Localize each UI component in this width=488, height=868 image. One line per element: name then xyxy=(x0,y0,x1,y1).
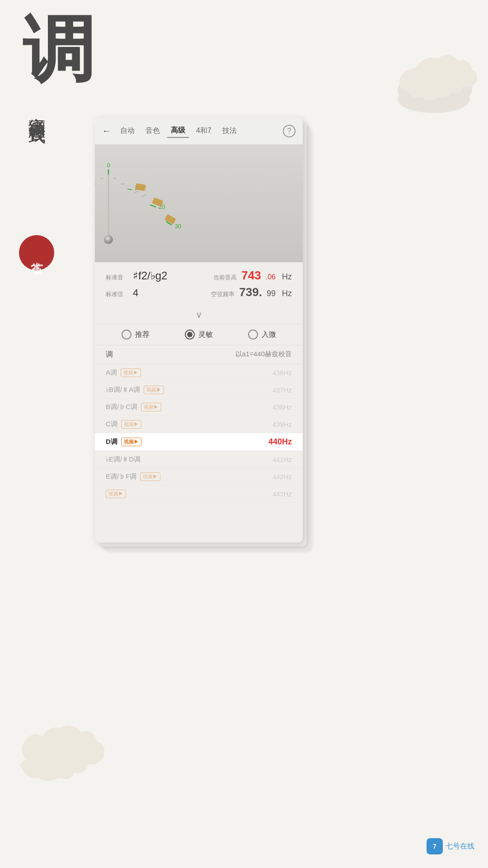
nav-item-advanced[interactable]: 高级 xyxy=(167,124,189,138)
row-key-label: ♭B调/♯A调 xyxy=(106,386,140,394)
vertical-mode-label: 高级调音模式 xyxy=(26,104,47,115)
svg-line-25 xyxy=(142,195,145,197)
row-key-label: C调 xyxy=(106,420,117,429)
table-header-key: 调 xyxy=(106,350,113,359)
standard-note-value: ♯f2/♭g2 xyxy=(133,269,167,282)
current-freq-small: .06 xyxy=(266,273,276,281)
mode-label-fine: 入微 xyxy=(262,330,276,340)
chevron-button[interactable]: ∨ xyxy=(95,306,303,324)
string-val: 4 xyxy=(133,287,138,299)
svg-line-20 xyxy=(95,184,96,184)
row-freq: 437Hz xyxy=(272,386,292,394)
empty-freq-big: 739. xyxy=(239,285,262,299)
radio-circle-sensitive xyxy=(185,330,195,340)
table-header-tuning: 以a1=440赫兹校音 xyxy=(235,350,292,359)
row-key-label: ♭E调/♯D调 xyxy=(106,455,141,464)
table-row[interactable]: A调 视频▶ 436Hz xyxy=(95,364,303,382)
info-row-string: 标准弦 4 空弦频率 739. 99 Hz xyxy=(106,285,292,299)
info-area: 标准音 ♯f2/♭g2 当前音高 743 .06 Hz 标准弦 4 空弦频率 7… xyxy=(95,262,303,306)
table-row[interactable]: B调/♭C调 视频▶ 438Hz xyxy=(95,399,303,416)
tuner-meter-area: -30 -20 -10 0 10 20 30 xyxy=(95,145,303,262)
row-key: C调 视频▶ xyxy=(106,420,141,429)
table-row-active[interactable]: D调 视频▶ 440Hz xyxy=(95,433,303,451)
row-key: 视频▶ xyxy=(106,490,126,498)
row-freq: 436Hz xyxy=(272,369,292,377)
empty-freq-small: 99 xyxy=(267,289,276,298)
nav-item-auto[interactable]: 自动 xyxy=(117,124,138,137)
cloud-top-right-decoration xyxy=(389,45,479,127)
video-badge[interactable]: 视频▶ xyxy=(140,472,160,481)
table-row[interactable]: ♭E调/♯D调 441Hz xyxy=(95,451,303,468)
current-freq-label: 当前音高 xyxy=(213,274,237,282)
radio-circle-fine xyxy=(248,330,258,340)
svg-rect-30 xyxy=(152,198,163,207)
table-row[interactable]: E调/♭F调 视频▶ 442Hz xyxy=(95,468,303,486)
string-label: 标准弦 xyxy=(106,290,128,298)
table-row[interactable]: C调 视频▶ 439Hz xyxy=(95,416,303,433)
row-key: A调 视频▶ xyxy=(106,368,141,377)
nav-item-timbre[interactable]: 音色 xyxy=(142,124,164,137)
watermark-text: 七号在线 xyxy=(446,842,474,851)
row-key-active: D调 视频▶ xyxy=(106,438,141,446)
svg-line-12 xyxy=(127,189,132,190)
cloud-bottom-left-decoration xyxy=(9,714,108,796)
video-badge[interactable]: 视频▶ xyxy=(106,490,126,498)
row-key: ♭E调/♯D调 xyxy=(106,455,141,464)
current-freq-unit: Hz xyxy=(282,272,292,282)
help-button[interactable]: ? xyxy=(283,125,296,137)
empty-freq-unit: Hz xyxy=(282,289,292,298)
video-badge[interactable]: 视频▶ xyxy=(144,386,164,394)
video-badge[interactable]: 视频▶ xyxy=(121,368,141,377)
video-badge[interactable]: 视频▶ xyxy=(141,403,161,411)
main-card: ← 自动 音色 高级 4和7 技法 ? -30 xyxy=(95,118,303,542)
instrument-badge: 古筝 xyxy=(19,235,54,270)
row-freq: 442Hz xyxy=(272,473,292,481)
radio-dot-sensitive xyxy=(187,332,192,337)
mode-selector: 推荐 灵敏 入微 xyxy=(95,324,303,345)
row-key: ♭B调/♯A调 视频▶ xyxy=(106,386,164,394)
back-button[interactable]: ← xyxy=(102,126,111,136)
radio-circle-recommended xyxy=(122,330,131,340)
row-freq: 443Hz xyxy=(272,490,292,498)
tuner-meter-svg: -30 -20 -10 0 10 20 30 xyxy=(95,145,199,244)
row-freq-active: 440Hz xyxy=(268,437,292,447)
mode-option-recommended[interactable]: 推荐 xyxy=(122,330,150,340)
mode-label-recommended: 推荐 xyxy=(135,330,150,340)
table-row[interactable]: ♭B调/♯A调 视频▶ 437Hz xyxy=(95,382,303,399)
svg-line-22 xyxy=(113,178,116,179)
info-row-note: 标准音 ♯f2/♭g2 当前音高 743 .06 Hz xyxy=(106,269,292,283)
video-badge[interactable]: 视频▶ xyxy=(121,438,141,446)
nav-item-47[interactable]: 4和7 xyxy=(192,124,215,137)
video-badge[interactable]: 视频▶ xyxy=(121,420,141,429)
row-key-label: E调/♭F调 xyxy=(106,472,136,481)
row-freq: 441Hz xyxy=(272,456,292,463)
svg-line-14 xyxy=(150,205,156,207)
chevron-down-icon: ∨ xyxy=(196,309,202,320)
mode-label-sensitive: 灵敏 xyxy=(198,330,213,340)
svg-point-33 xyxy=(104,235,113,244)
table-row[interactable]: 视频▶ 443Hz xyxy=(95,486,303,503)
row-key: E调/♭F调 视频▶ xyxy=(106,472,160,481)
current-freq-big: 743 xyxy=(241,269,261,283)
standard-note-label: 标准音 xyxy=(106,274,128,282)
nav-bar: ← 自动 音色 高级 4和7 技法 ? xyxy=(95,118,303,145)
row-freq: 439Hz xyxy=(272,420,292,428)
row-freq: 438Hz xyxy=(272,403,292,411)
table-body: A调 视频▶ 436Hz ♭B调/♯A调 视频▶ 437Hz B调/♭C调 视频… xyxy=(95,364,303,503)
row-key-label: B调/♭C调 xyxy=(106,403,137,411)
svg-line-24 xyxy=(135,191,138,193)
watermark-icon: 7 xyxy=(427,838,443,854)
row-key-label: A调 xyxy=(106,368,117,377)
svg-line-21 xyxy=(101,178,103,179)
mode-option-fine[interactable]: 入微 xyxy=(248,330,276,340)
card-stack: ← 自动 音色 高级 4和7 技法 ? -30 xyxy=(95,118,312,561)
mode-option-sensitive[interactable]: 灵敏 xyxy=(185,330,213,340)
nav-item-technique[interactable]: 技法 xyxy=(219,124,240,137)
svg-text:0: 0 xyxy=(107,162,110,169)
table-header: 调 以a1=440赫兹校音 xyxy=(95,345,303,364)
watermark: 7 七号在线 xyxy=(427,838,474,854)
row-key-label: D调 xyxy=(106,438,117,446)
svg-text:30: 30 xyxy=(175,223,181,230)
page-big-char: 调 xyxy=(23,14,95,86)
row-key: B调/♭C调 视频▶ xyxy=(106,403,161,411)
